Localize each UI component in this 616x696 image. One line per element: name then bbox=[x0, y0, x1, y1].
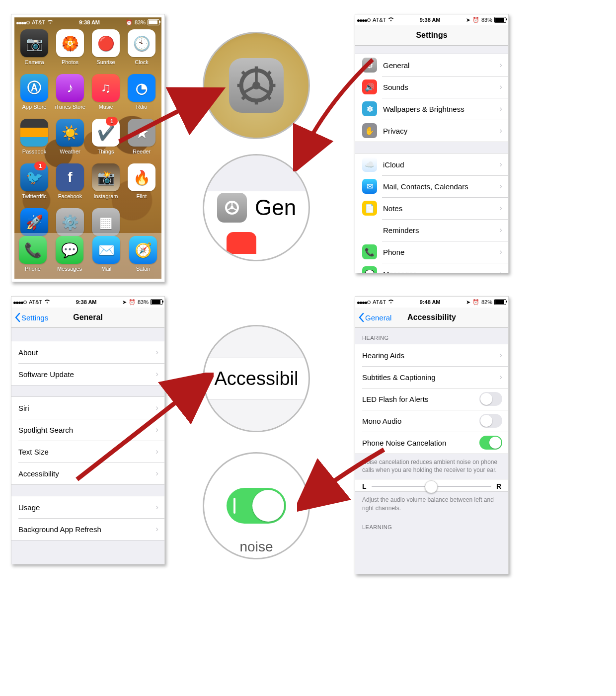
row-siri[interactable]: Siri› bbox=[11, 397, 164, 419]
toggle-switch[interactable] bbox=[479, 392, 502, 406]
dock: 📞Phone💬Messages✉️Mail🧭Safari bbox=[14, 233, 161, 279]
settings-row-mail-contacts-calendars[interactable]: ✉︎Mail, Contacts, Calendars› bbox=[355, 175, 508, 197]
row-background-app-refresh[interactable]: Background App Refresh› bbox=[11, 518, 164, 540]
row-label: Messages bbox=[383, 270, 499, 274]
status-time: 9:38 AM bbox=[420, 17, 441, 23]
settings-row-sounds[interactable]: 🔊Sounds› bbox=[355, 76, 508, 98]
alarm-icon: ⏰ bbox=[472, 299, 479, 306]
row-text-size[interactable]: Text Size› bbox=[11, 441, 164, 463]
app-twitterrific[interactable]: 🐦Twitterrific1 bbox=[16, 163, 52, 208]
back-button[interactable]: Settings bbox=[14, 308, 48, 327]
wifi-icon bbox=[44, 299, 50, 305]
chevron-right-icon: › bbox=[155, 447, 158, 457]
chevron-right-icon: › bbox=[155, 502, 158, 512]
app-label: Messages bbox=[57, 266, 82, 272]
carrier-label: AT&T bbox=[373, 17, 386, 23]
audio-balance-slider[interactable]: L R bbox=[355, 479, 508, 491]
settings-row-wallpapers-brightness[interactable]: ✽Wallpapers & Brightness› bbox=[355, 98, 508, 120]
chevron-right-icon: › bbox=[155, 403, 158, 413]
row-about[interactable]: About› bbox=[11, 341, 164, 363]
row-label: General bbox=[383, 61, 499, 70]
battery-icon bbox=[494, 17, 506, 23]
row-hearing-aids[interactable]: Hearing Aids› bbox=[355, 344, 508, 366]
row-label: Privacy bbox=[383, 127, 499, 135]
back-button[interactable]: General bbox=[358, 308, 391, 327]
app-phone[interactable]: 📞Phone bbox=[14, 236, 51, 272]
app-photos[interactable]: 🏵️Photos bbox=[52, 29, 88, 74]
balance-left-label: L bbox=[362, 482, 367, 490]
app-mail[interactable]: ✉️Mail bbox=[88, 236, 125, 272]
settings-row-privacy[interactable]: ✋Privacy› bbox=[355, 120, 508, 142]
row-icon: ✉︎ bbox=[362, 179, 377, 194]
settings-row-reminders[interactable]: ⋮⋮Reminders› bbox=[355, 219, 508, 241]
app-icon: ♫ bbox=[92, 74, 120, 102]
carrier-label: AT&T bbox=[373, 299, 386, 305]
location-icon: ➤ bbox=[466, 17, 470, 23]
app-instagram[interactable]: 📸Instagram bbox=[88, 163, 124, 208]
row-accessibility[interactable]: Accessibility› bbox=[11, 463, 164, 484]
row-mono-audio[interactable]: Mono Audio bbox=[355, 410, 508, 432]
app-flint[interactable]: 🔥Flint bbox=[124, 163, 159, 208]
app-label: Weather bbox=[60, 149, 80, 155]
row-subtitles-captioning[interactable]: Subtitles & Captioning› bbox=[355, 366, 508, 388]
app-label: Facebook bbox=[58, 193, 82, 199]
toggle-switch[interactable] bbox=[479, 414, 502, 428]
status-time: 9:48 AM bbox=[420, 299, 441, 305]
battery-icon bbox=[151, 299, 162, 305]
general-list[interactable]: About›Software Update› Siri›Spotlight Se… bbox=[11, 328, 164, 564]
app-weather[interactable]: ☀️Weather bbox=[52, 119, 88, 163]
battery-label: 83% bbox=[138, 299, 149, 305]
row-icon: 📞 bbox=[362, 244, 377, 259]
svg-line-16 bbox=[232, 208, 237, 211]
nav-bar: Settings General bbox=[11, 308, 164, 328]
settings-row-phone[interactable]: 📞Phone› bbox=[355, 241, 508, 263]
app-rdio[interactable]: ◔Rdio bbox=[124, 74, 159, 119]
accessibility-list[interactable]: HEARING Hearing Aids›Subtitles & Caption… bbox=[355, 328, 508, 574]
app-clock[interactable]: 🕙Clock bbox=[124, 29, 159, 74]
settings-row-general[interactable]: ⚙︎General› bbox=[355, 54, 508, 76]
balance-footnote: Adjust the audio volume balance between … bbox=[355, 492, 508, 517]
row-phone-noise-cancelation[interactable]: Phone Noise Cancelation bbox=[355, 432, 508, 454]
row-label: Mail, Contacts, Calendars bbox=[383, 182, 499, 191]
app-icon bbox=[20, 119, 48, 147]
row-led-flash-for-alerts[interactable]: LED Flash for Alerts bbox=[355, 388, 508, 410]
status-time: 9:38 AM bbox=[79, 19, 100, 25]
battery-label: 83% bbox=[481, 17, 492, 23]
app-music[interactable]: ♫Music bbox=[88, 74, 124, 119]
app-camera[interactable]: 📷Camera bbox=[16, 29, 52, 74]
row-icon: ☁️ bbox=[362, 157, 377, 172]
chevron-right-icon: › bbox=[155, 425, 158, 435]
app-safari[interactable]: 🧭Safari bbox=[125, 236, 161, 272]
svg-line-17 bbox=[227, 208, 232, 211]
row-software-update[interactable]: Software Update› bbox=[11, 363, 164, 385]
app-facebook[interactable]: fFacebook bbox=[52, 163, 88, 208]
battery-label: 82% bbox=[481, 299, 492, 305]
chevron-right-icon: › bbox=[499, 126, 502, 136]
app-things[interactable]: ✔️Things1 bbox=[88, 119, 124, 163]
app-sunrise[interactable]: 🔴Sunrise bbox=[88, 29, 124, 74]
app-icon: 🧭 bbox=[129, 236, 157, 264]
battery-icon bbox=[494, 299, 506, 305]
app-icon: 📷 bbox=[20, 29, 48, 57]
settings-row-messages[interactable]: 💬Messages› bbox=[355, 263, 508, 273]
settings-row-icloud[interactable]: ☁️iCloud› bbox=[355, 154, 508, 175]
app-messages[interactable]: 💬Messages bbox=[51, 236, 88, 272]
alarm-icon: ⏰ bbox=[126, 19, 133, 26]
app-label: Sunrise bbox=[96, 59, 115, 65]
app-passbook[interactable]: Passbook bbox=[16, 119, 52, 163]
settings-list[interactable]: ⚙︎General›🔊Sounds›✽Wallpapers & Brightne… bbox=[355, 46, 508, 273]
row-label: Mono Audio bbox=[362, 417, 479, 425]
chevron-right-icon: › bbox=[499, 269, 502, 273]
settings-row-notes[interactable]: 📄Notes› bbox=[355, 197, 508, 219]
row-spotlight-search[interactable]: Spotlight Search› bbox=[11, 419, 164, 441]
row-icon: 💬 bbox=[362, 266, 377, 273]
app-reeder[interactable]: ★Reeder bbox=[124, 119, 159, 163]
status-time: 9:38 AM bbox=[76, 299, 97, 305]
app-app-store[interactable]: ⒶApp Store bbox=[16, 74, 52, 119]
row-usage[interactable]: Usage› bbox=[11, 496, 164, 518]
signal-dots-icon bbox=[13, 299, 27, 305]
app-label: Reeder bbox=[133, 149, 151, 155]
app-itunes-store[interactable]: ♪iTunes Store bbox=[52, 74, 88, 119]
chevron-right-icon: › bbox=[499, 181, 502, 191]
toggle-switch[interactable] bbox=[479, 436, 502, 450]
